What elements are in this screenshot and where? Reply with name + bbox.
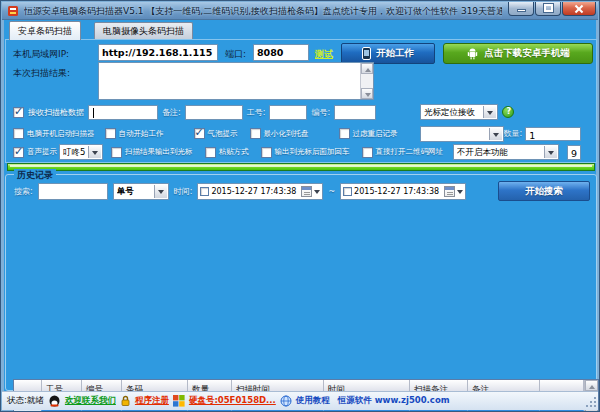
app-icon bbox=[8, 5, 20, 17]
status-text: 状态:就绪 bbox=[7, 395, 44, 407]
search-label: 搜索: bbox=[14, 186, 33, 197]
tab-android-scan[interactable]: 安卓条码扫描 bbox=[9, 21, 81, 40]
resize-grip[interactable] bbox=[584, 395, 596, 407]
maximize-icon bbox=[544, 4, 553, 12]
chevron-down-icon[interactable] bbox=[154, 185, 167, 198]
contact-link[interactable]: 欢迎联系我们 bbox=[65, 395, 116, 407]
calendar-icon bbox=[444, 186, 455, 197]
lock-icon bbox=[120, 395, 131, 407]
windows-icon bbox=[173, 395, 185, 407]
time-from-picker[interactable]: 2015-12-27 17:43:38 bbox=[197, 183, 323, 200]
close-button[interactable] bbox=[562, 2, 596, 16]
window-title: 恒源安卓电脑条码扫描器V5.1 【支持一维码,二维码识别,接收扫描枪条码】盘点统… bbox=[24, 2, 502, 20]
register-link[interactable]: 程序注册 bbox=[135, 395, 169, 407]
progress-highlight bbox=[10, 165, 592, 167]
minimize-button[interactable] bbox=[508, 2, 534, 16]
time-from-checkbox[interactable] bbox=[200, 187, 209, 196]
maximize-button[interactable] bbox=[535, 2, 561, 16]
history-group-label: 历史记录 bbox=[14, 169, 56, 182]
search-input[interactable] bbox=[38, 183, 108, 200]
disk-serial-link[interactable]: 硬盘号:05F0158D... bbox=[189, 395, 276, 407]
qq-icon bbox=[48, 395, 61, 408]
title-bar: 恒源安卓电脑条码扫描器V5.1 【支持一维码,二维码识别,接收扫描枪条码】盘点统… bbox=[2, 2, 598, 20]
time-label: 时间: bbox=[174, 186, 193, 197]
minimize-icon bbox=[517, 9, 526, 12]
progress-bar bbox=[7, 163, 595, 171]
settings-panel bbox=[5, 39, 597, 163]
order-type-select[interactable]: 单号 bbox=[113, 183, 169, 200]
status-bar: 状态:就绪 欢迎联系我们 程序注册 硬盘号:05F0158D... 使用教程 恒… bbox=[2, 391, 598, 410]
brand-link[interactable]: 恒源软件 www.zj500.com bbox=[338, 395, 450, 407]
chevron-down-icon[interactable] bbox=[457, 190, 463, 197]
history-group: 历史记录 搜索: 单号 时间: 2015-12-27 17:43:38 ~ 20… bbox=[5, 174, 597, 391]
time-to-checkbox[interactable] bbox=[343, 187, 352, 196]
globe-icon bbox=[280, 395, 292, 407]
tab-camera-scan[interactable]: 电脑摄像头条码扫描 bbox=[94, 22, 193, 39]
start-search-button[interactable]: 开始搜索 bbox=[498, 181, 590, 201]
history-search-row: 搜索: 单号 时间: 2015-12-27 17:43:38 ~ 2015-12… bbox=[14, 182, 590, 200]
scroll-up-button[interactable] bbox=[585, 380, 598, 391]
range-separator: ~ bbox=[328, 187, 335, 196]
calendar-icon bbox=[301, 186, 312, 197]
app-window: 恒源安卓电脑条码扫描器V5.1 【支持一维码,二维码识别,接收扫描枪条码】盘点统… bbox=[0, 0, 600, 412]
chevron-down-icon[interactable] bbox=[314, 190, 320, 197]
time-to-picker[interactable]: 2015-12-27 17:43:38 bbox=[340, 183, 466, 200]
tutorial-link[interactable]: 使用教程 bbox=[296, 395, 330, 407]
